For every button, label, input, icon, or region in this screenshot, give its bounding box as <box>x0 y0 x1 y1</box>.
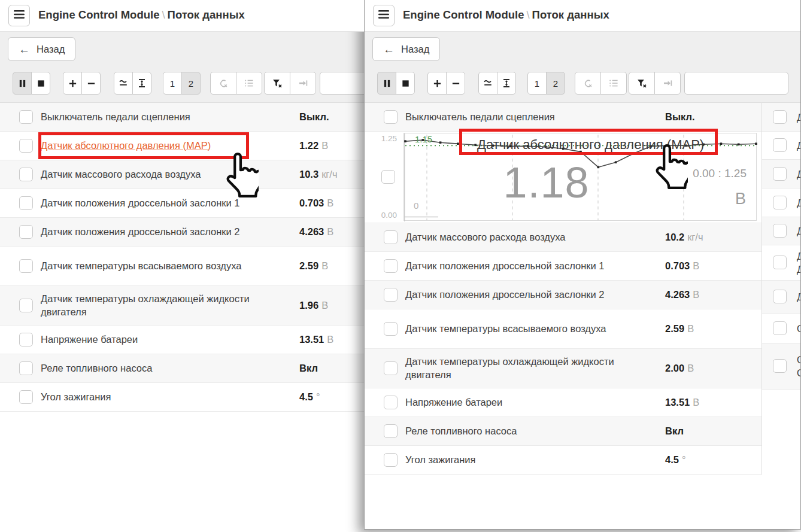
row-checkbox[interactable] <box>19 196 33 210</box>
stop-button[interactable] <box>31 72 50 95</box>
pause-button[interactable] <box>377 72 396 95</box>
row-checkbox[interactable] <box>773 359 787 373</box>
smooth-graph-button[interactable] <box>114 72 133 95</box>
param-name[interactable]: Реле топливного насоса <box>405 419 657 444</box>
row-checkbox[interactable] <box>384 361 398 375</box>
param-name[interactable]: Датчик температуры всасываемого воздуха <box>405 317 657 342</box>
param-name-clipped: Д <box>797 290 801 303</box>
breadcrumb-page: Поток данных <box>168 8 245 21</box>
param-name[interactable]: Выключатель педали сцепления <box>41 105 292 130</box>
fit-vertical-button[interactable] <box>497 72 516 95</box>
row-checkbox[interactable] <box>19 139 33 153</box>
param-name[interactable]: Датчик положения дроссельной заслонки 1 <box>41 191 292 216</box>
param-name[interactable]: Датчик температуры всасываемого воздуха <box>41 254 292 279</box>
menu-button[interactable] <box>8 5 30 26</box>
zoom-out-button[interactable] <box>81 72 101 95</box>
chart-area[interactable]: 1.1501.180.00 : 1.25ВДатчик абсолютного … <box>403 133 757 221</box>
columns-2-button[interactable]: 2 <box>181 72 201 95</box>
filter-reset-button[interactable] <box>264 72 290 95</box>
row-checkbox[interactable] <box>384 322 398 336</box>
param-name-clipped: О <box>797 322 801 335</box>
toolbar: 12 <box>13 72 364 96</box>
row-checkbox[interactable] <box>384 259 398 273</box>
row-checkbox[interactable] <box>773 224 787 238</box>
row-checkbox[interactable] <box>773 196 787 209</box>
zoom-in-button[interactable] <box>427 72 447 95</box>
row-checkbox[interactable] <box>19 390 33 404</box>
param-value-number: 4.5 <box>299 391 313 402</box>
columns-2-button-label: 2 <box>553 78 558 89</box>
back-arrow-icon: ← <box>383 44 395 55</box>
row-checkbox[interactable] <box>19 259 33 273</box>
toolbar-search-input[interactable] <box>320 72 364 95</box>
back-button-label: Назад <box>37 44 65 55</box>
param-name[interactable]: Напряжение батареи <box>41 327 292 352</box>
row-checkbox[interactable] <box>384 288 398 302</box>
row-checkbox[interactable] <box>773 110 787 124</box>
param-value-number: Вкл <box>299 363 318 373</box>
parameter-list: Выключатель педали сцепленияВыкл.1.250.0… <box>365 102 762 475</box>
param-row: Д <box>762 103 800 132</box>
back-button[interactable]: ← Назад <box>372 37 440 61</box>
breadcrumb: Engine Control Module\Поток данных <box>38 0 245 30</box>
row-checkbox[interactable] <box>384 424 398 438</box>
menu-button[interactable] <box>373 5 395 26</box>
row-checkbox[interactable] <box>381 170 395 184</box>
param-value: 4.263В <box>299 226 333 238</box>
param-name[interactable]: Датчик положения дроссельной заслонки 2 <box>405 282 657 308</box>
columns-1-button[interactable]: 1 <box>527 72 547 95</box>
row-checkbox[interactable] <box>384 110 398 124</box>
param-name[interactable]: Выключатель педали сцепления <box>405 105 657 130</box>
app-window-right: Engine Control Module\Поток данных ← Наз… <box>364 0 801 530</box>
param-value: 10.3кг/ч <box>299 169 338 180</box>
pause-icon <box>383 79 392 88</box>
columns-1-button[interactable]: 1 <box>163 72 182 95</box>
param-name[interactable]: Датчик температуры охлаждающей жидкости … <box>41 287 292 325</box>
smooth-graph-button[interactable] <box>478 72 497 95</box>
row-checkbox[interactable] <box>773 167 787 181</box>
sub-bar: ← Назад 12 <box>365 31 800 102</box>
param-unit: В <box>327 197 333 208</box>
row-checkbox[interactable] <box>19 333 33 346</box>
param-value: Выкл. <box>665 111 695 123</box>
columns-2-button[interactable]: 2 <box>546 72 565 95</box>
fit-vertical-button[interactable] <box>132 72 151 95</box>
stop-icon <box>37 79 45 88</box>
zoom-in-button[interactable] <box>63 72 82 95</box>
param-name[interactable]: Угол зажигания <box>405 448 657 473</box>
zoom-out-button[interactable] <box>446 72 465 95</box>
param-row: Реле топливного насосаВкл <box>365 417 761 446</box>
param-name[interactable]: Датчик массового расхода воздуха <box>405 225 657 250</box>
row-checkbox[interactable] <box>19 361 33 375</box>
row-checkbox[interactable] <box>384 396 398 409</box>
param-name-link[interactable]: Датчик абсолютного давления (MAP) <box>41 133 292 159</box>
pause-button[interactable] <box>13 72 32 95</box>
param-name[interactable]: Датчик положения дроссельной заслонки 2 <box>41 220 292 245</box>
back-button[interactable]: ← Назад <box>8 37 75 61</box>
row-checkbox[interactable] <box>773 321 787 335</box>
row-checkbox[interactable] <box>384 230 398 244</box>
sub-bar: ← Назад 12 <box>0 31 364 102</box>
filter-reset-button[interactable] <box>629 72 655 95</box>
filter-x-icon <box>636 78 647 88</box>
row-checkbox[interactable] <box>384 453 398 467</box>
row-checkbox[interactable] <box>19 299 33 312</box>
param-name[interactable]: Реле топливного насоса <box>41 356 292 381</box>
param-name[interactable]: Датчик массового расхода воздуха <box>41 162 292 187</box>
row-checkbox[interactable] <box>773 138 787 152</box>
param-name[interactable]: Датчик температуры охлаждающей жидкости … <box>405 349 657 388</box>
row-checkbox[interactable] <box>19 168 33 181</box>
param-name[interactable]: Датчик положения дроссельной заслонки 1 <box>405 254 657 279</box>
row-checkbox[interactable] <box>19 225 33 239</box>
minus-icon <box>451 79 460 88</box>
param-value: 4.5° <box>665 454 686 466</box>
toolbar-search-input[interactable] <box>684 72 788 95</box>
param-name[interactable]: Угол зажигания <box>41 385 292 410</box>
param-row: Датчик положения дроссельной заслонки 10… <box>365 252 761 281</box>
param-value-number: 1.22 <box>299 140 318 151</box>
row-checkbox[interactable] <box>773 256 787 269</box>
row-checkbox[interactable] <box>773 290 787 303</box>
stop-button[interactable] <box>396 72 415 95</box>
row-checkbox[interactable] <box>19 110 33 124</box>
param-name[interactable]: Напряжение батареи <box>405 390 657 415</box>
